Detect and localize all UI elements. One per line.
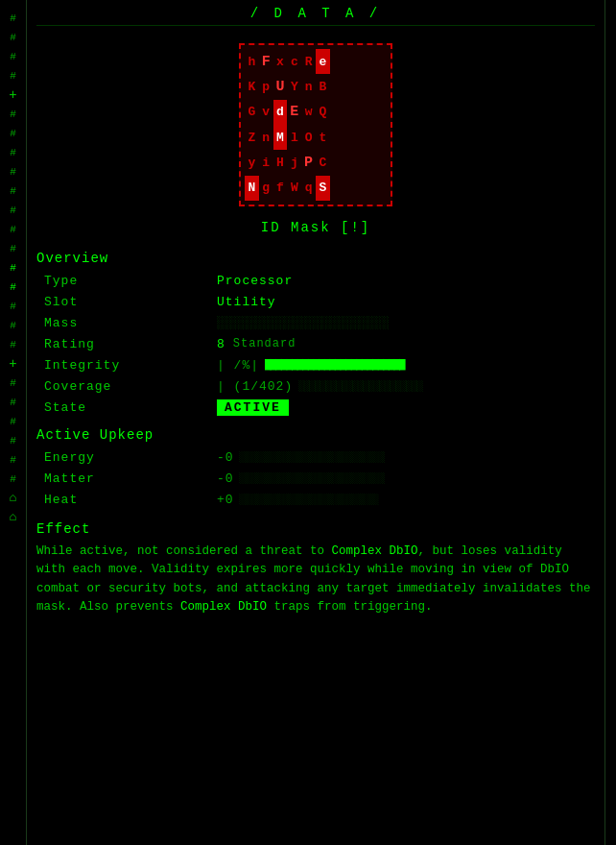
sidebar-icon-7[interactable]: # [4, 144, 23, 161]
grid-char: P [301, 150, 316, 175]
grid-char: w [301, 100, 316, 125]
mass-value: ░░░░░░░░░░░░░░░░░░░░░░░ [217, 316, 389, 330]
overview-coverage-row: Coverage | (1/402) ░░░░░░░░░░░░░░░░░░░░░… [36, 375, 595, 397]
slot-label: Slot [44, 295, 217, 309]
grid-char: h [245, 49, 259, 74]
sidebar-icon-1[interactable]: # [4, 10, 23, 27]
grid-char [330, 100, 344, 125]
grid-char [330, 150, 344, 175]
grid-char [330, 125, 344, 150]
sidebar-icon-plus2[interactable]: + [4, 355, 23, 373]
energy-prefix: -0 [217, 450, 234, 465]
integrity-label: Integrity [44, 358, 217, 373]
grid-char: e [316, 49, 330, 74]
grid-char: E [287, 100, 301, 125]
grid-char [330, 176, 344, 201]
grid-char: F [259, 49, 273, 74]
grid-char: c [287, 49, 301, 74]
grid-char: g [259, 176, 273, 201]
grid-char: U [273, 74, 288, 99]
sidebar-icon-plus1[interactable]: + [4, 86, 23, 104]
sidebar-icon-house2[interactable]: ⌂ [4, 509, 23, 526]
coverage-label: Coverage [44, 379, 217, 394]
grid-char: O [301, 125, 316, 150]
sidebar-icon-14[interactable]: # [4, 278, 23, 296]
grid-char [358, 150, 372, 175]
overview-section: Overview Type Processor Slot Utility Mas… [36, 251, 595, 418]
sidebar-icon-4[interactable]: # [4, 67, 23, 84]
grid-char: Z [245, 125, 259, 150]
grid-char: N [245, 176, 259, 201]
grid-char [358, 125, 372, 150]
sidebar-icon-3[interactable]: # [4, 48, 23, 65]
overview-rating-row: Rating 8 Standard [36, 333, 595, 354]
grid-char: q [301, 176, 316, 201]
effect-highlight-dbio1: DbIO [390, 544, 418, 558]
id-mask-grid: h F x c R e K p U Y n B G v d E w [239, 43, 392, 206]
upkeep-matter-row: Matter -0 ░░░░░░░░░░░░░░░░░░░░░░░ [36, 468, 595, 489]
integrity-prefix: | /%| [217, 358, 259, 373]
grid-char: K [245, 74, 259, 99]
sidebar-icon-12[interactable]: # [4, 240, 23, 257]
sidebar-icon-2[interactable]: # [4, 29, 23, 46]
grid-char: R [301, 49, 316, 74]
grid-char: S [316, 176, 330, 201]
matter-prefix: -0 [217, 471, 234, 486]
grid-char [344, 49, 359, 74]
integrity-bar: ██████████████████████████ [265, 359, 405, 371]
sidebar-icon-6[interactable]: # [4, 125, 23, 142]
sidebar-icon-23[interactable]: # [4, 471, 23, 488]
grid-char: C [316, 150, 330, 175]
rating-tier: Standard [233, 337, 296, 350]
grid-char: Q [316, 100, 330, 125]
type-value: Processor [217, 274, 293, 288]
sidebar-icon-19[interactable]: # [4, 394, 23, 411]
sidebar-icon-10[interactable]: # [4, 202, 23, 219]
grid-char: p [259, 74, 273, 99]
grid-char [372, 49, 387, 74]
overview-slot-row: Slot Utility [36, 291, 595, 312]
sidebar-icon-8[interactable]: # [4, 163, 23, 181]
sidebar-icon-13[interactable]: # [4, 259, 23, 277]
sidebar-icon-9[interactable]: # [4, 182, 23, 200]
sidebar-icon-20[interactable]: # [4, 413, 23, 430]
grid-char: n [259, 125, 273, 150]
sidebar-icon-22[interactable]: # [4, 451, 23, 469]
grid-char [358, 49, 372, 74]
coverage-prefix: | (1/402) [217, 379, 293, 394]
sidebar-icon-21[interactable]: # [4, 432, 23, 449]
grid-char [372, 100, 387, 125]
upkeep-energy-row: Energy -0 ░░░░░░░░░░░░░░░░░░░░░░░ [36, 447, 595, 468]
type-label: Type [44, 274, 217, 288]
sidebar-icon-17[interactable]: # [4, 336, 23, 353]
effect-body: While active, not considered a threat to… [36, 541, 595, 619]
heat-bar: ░░░░░░░░░░░░░░░░░░░░░░ [240, 494, 379, 505]
sidebar-icon-18[interactable]: # [4, 374, 23, 392]
sidebar-icon-11[interactable]: # [4, 221, 23, 238]
grid-char [358, 176, 372, 201]
sidebar-icon-house1[interactable]: ⌂ [4, 490, 23, 507]
rating-value: 8 [217, 337, 225, 351]
grid-char: v [259, 100, 273, 125]
grid-char: Y [287, 74, 301, 99]
id-mask-container: h F x c R e K p U Y n B G v d E w [36, 26, 595, 243]
grid-char: B [316, 74, 330, 99]
sidebar-icon-5[interactable]: # [4, 106, 23, 123]
id-mask-label: ID Mask [!] [261, 220, 370, 235]
grid-char: G [245, 100, 259, 125]
sidebar-icon-16[interactable]: # [4, 317, 23, 334]
heat-prefix: +0 [217, 493, 234, 507]
grid-char [344, 74, 359, 99]
overview-mass-row: Mass ░░░░░░░░░░░░░░░░░░░░░░░ [36, 312, 595, 333]
grid-char: W [287, 176, 301, 201]
coverage-bar: ░░░░░░░░░░░░░░░░░░░░░░░ [298, 380, 422, 392]
sidebar-icon-15[interactable]: # [4, 298, 23, 315]
effect-highlight-complex2: Complex DbIO [180, 600, 267, 614]
grid-char [344, 150, 359, 175]
grid-char [330, 49, 344, 74]
overview-state-row: State ACTIVE [36, 397, 595, 418]
grid-char [372, 74, 387, 99]
grid-char: d [273, 100, 288, 125]
rating-label: Rating [44, 337, 217, 351]
mass-label: Mass [44, 316, 217, 330]
